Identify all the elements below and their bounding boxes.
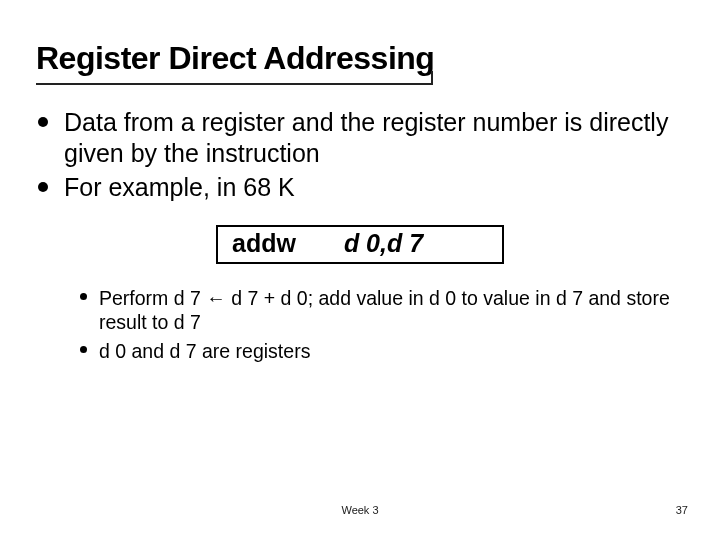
footer-center: Week 3 [0, 504, 720, 516]
operand-1: d 0 [344, 229, 380, 257]
bullet-icon [38, 117, 48, 127]
bullet-text: Data from a register and the register nu… [64, 107, 678, 170]
bullet-icon [80, 293, 87, 300]
instruction-box: addw d 0,d 7 [216, 225, 504, 264]
bullet-text: For example, in 68 K [64, 172, 295, 203]
slide: Register Direct Addressing Data from a r… [0, 0, 720, 540]
slide-title: Register Direct Addressing [36, 40, 684, 83]
main-bullet-list: Data from a register and the register nu… [36, 107, 684, 203]
list-item: Data from a register and the register nu… [38, 107, 678, 170]
operands: d 0,d 7 [344, 229, 423, 258]
sub-bullet-list: Perform d 7 ← d 7 + d 0; add value in d … [36, 286, 684, 363]
list-item: For example, in 68 K [38, 172, 678, 203]
page-number: 37 [676, 504, 688, 516]
mnemonic: addw [232, 229, 296, 258]
list-item: d 0 and d 7 are registers [80, 339, 678, 363]
bullet-text: d 0 and d 7 are registers [99, 339, 310, 363]
operand-sep: , [380, 229, 387, 257]
title-underline [36, 83, 431, 85]
list-item: Perform d 7 ← d 7 + d 0; add value in d … [80, 286, 678, 335]
operand-2: d 7 [387, 229, 423, 257]
bullet-icon [80, 346, 87, 353]
bullet-icon [38, 182, 48, 192]
title-block: Register Direct Addressing [36, 40, 684, 85]
title-tick [431, 71, 433, 85]
bullet-text: Perform d 7 ← d 7 + d 0; add value in d … [99, 286, 678, 335]
